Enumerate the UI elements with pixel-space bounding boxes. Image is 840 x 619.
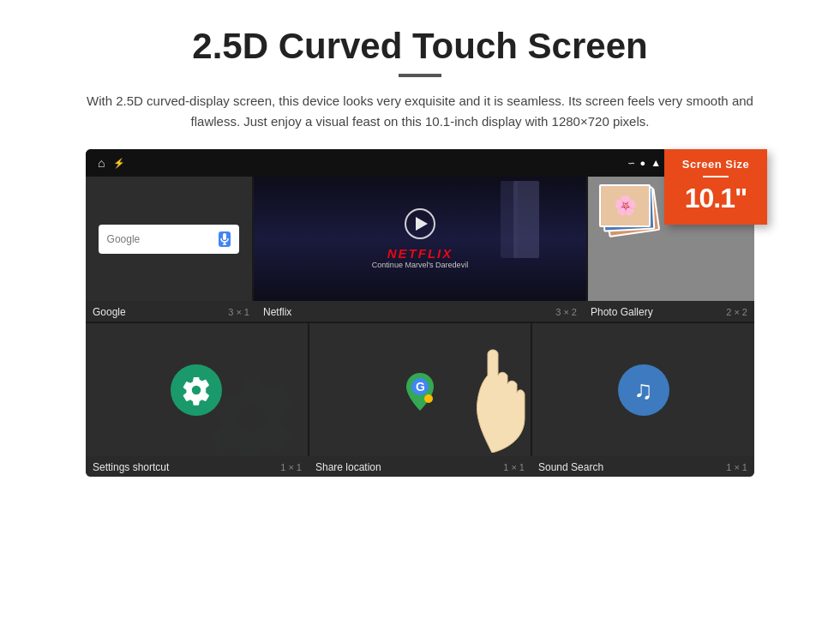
sound-search-app-cell[interactable]: ♫: [532, 323, 754, 456]
screen-size-badge: Screen Size 10.1": [664, 149, 767, 225]
play-triangle: [416, 217, 428, 231]
status-bar-left: ⌂ ⚡: [98, 156, 125, 170]
netflix-app-size: 3 × 2: [555, 307, 577, 317]
svg-text:G: G: [416, 380, 425, 394]
settings-app-size: 1 × 1: [280, 462, 302, 472]
netflix-scene: NETFLIX Continue Marvel's Daredevil: [254, 177, 586, 301]
status-bar: ⌂ ⚡ ∽ ● ▲ 15:06 ▶ ▶ ✕ □: [86, 149, 754, 177]
bluetooth-icon: ∽: [627, 158, 635, 169]
gear-icon: [181, 375, 212, 406]
netflix-cell-bg: NETFLIX Continue Marvel's Daredevil: [254, 177, 586, 301]
share-app-name: Share location: [315, 461, 381, 473]
title-divider: [399, 74, 441, 77]
sound-cell-bg: ♫: [532, 323, 754, 456]
netflix-label-cell: Netflix 3 × 2: [256, 306, 584, 318]
google-search-bar[interactable]: Google: [99, 225, 240, 254]
badge-label: Screen Size: [671, 158, 760, 171]
sound-label-cell: Sound Search 1 × 1: [531, 461, 754, 473]
maps-icon: G: [397, 366, 444, 413]
gallery-app-size: 2 × 2: [726, 307, 747, 317]
share-app-size: 1 × 1: [503, 462, 525, 472]
location-icon: ●: [640, 158, 646, 168]
google-app-cell[interactable]: Google: [86, 177, 252, 301]
photo-stack: 🌸: [599, 184, 659, 231]
hand-pointer: [453, 341, 531, 456]
wifi-icon: ▲: [651, 157, 661, 169]
music-note-icon: ♫: [633, 376, 653, 405]
share-location-app-cell[interactable]: G: [309, 323, 531, 456]
sound-app-size: 1 × 1: [726, 462, 747, 472]
netflix-logo: NETFLIX: [387, 246, 453, 261]
google-cell-bg: Google: [86, 177, 252, 301]
google-label-cell: Google 3 × 1: [86, 306, 256, 318]
settings-icon-circle: [171, 364, 222, 416]
google-logo-text: Google: [107, 233, 141, 245]
sound-app-name: Sound Search: [538, 461, 603, 473]
app-labels-bottom-row: Settings shortcut 1 × 1 Share location 1…: [86, 456, 754, 477]
page-subtitle: With 2.5D curved-display screen, this de…: [69, 91, 771, 132]
usb-icon: ⚡: [113, 158, 125, 169]
share-cell-bg: G: [309, 323, 531, 456]
page-wrapper: 2.5D Curved Touch Screen With 2.5D curve…: [0, 0, 840, 494]
svg-rect-0: [223, 233, 226, 240]
app-grid-top-row: Google: [86, 177, 754, 301]
gallery-label-cell: Photo Gallery 2 × 2: [584, 306, 754, 318]
app-grid-bottom-row: G: [86, 323, 754, 456]
settings-app-cell[interactable]: [86, 323, 308, 456]
badge-size: 10.1": [671, 183, 760, 214]
photo-layer-front: 🌸: [599, 184, 651, 227]
share-label-cell: Share location 1 × 1: [309, 461, 531, 473]
app-labels-top-row: Google 3 × 1 Netflix 3 × 2 Photo Gallery…: [86, 301, 754, 322]
badge-divider: [703, 176, 729, 177]
settings-app-name: Settings shortcut: [93, 461, 169, 473]
google-app-name: Google: [93, 306, 126, 318]
google-mic-button[interactable]: [219, 231, 231, 247]
screen-container: Screen Size 10.1" ⌂ ⚡ ∽ ● ▲ 15:06 ▶: [86, 149, 754, 477]
netflix-app-name: Netflix: [263, 306, 291, 318]
music-icon-circle: ♫: [618, 364, 669, 416]
netflix-app-cell[interactable]: NETFLIX Continue Marvel's Daredevil: [254, 177, 586, 301]
flower-image: 🌸: [614, 195, 637, 217]
gallery-stack-container: 🌸: [588, 177, 670, 238]
svg-point-5: [424, 394, 433, 403]
netflix-subtitle: Continue Marvel's Daredevil: [372, 261, 468, 269]
settings-label-cell: Settings shortcut 1 × 1: [86, 461, 309, 473]
home-icon: ⌂: [98, 156, 105, 170]
page-title: 2.5D Curved Touch Screen: [192, 26, 647, 67]
android-screen: ⌂ ⚡ ∽ ● ▲ 15:06 ▶ ▶ ✕ □: [86, 149, 754, 477]
google-app-size: 3 × 1: [228, 307, 249, 317]
gallery-app-name: Photo Gallery: [591, 306, 653, 318]
settings-cell-bg: [86, 323, 308, 456]
